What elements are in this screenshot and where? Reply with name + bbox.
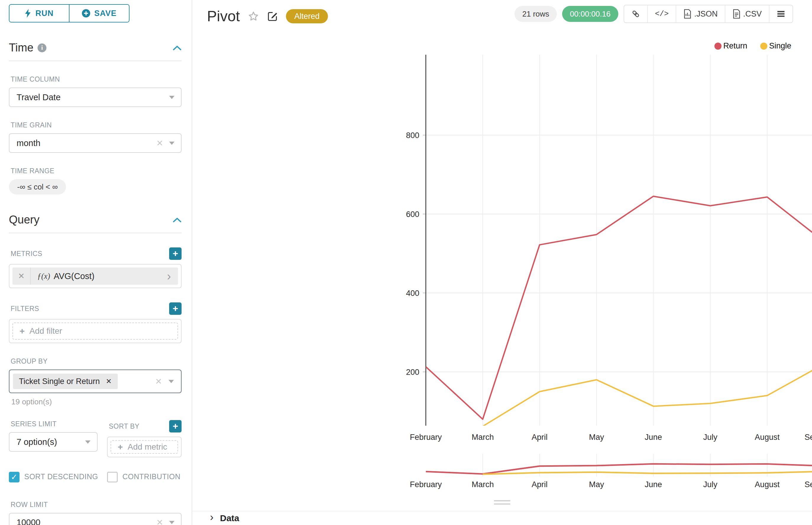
share-link-button[interactable] bbox=[624, 5, 647, 22]
export-csv-button[interactable]: .CSV bbox=[725, 5, 769, 22]
chart-area: Pivot Altered 21 rows 00:00:00.16 bbox=[192, 0, 812, 525]
svg-text:May: May bbox=[589, 433, 604, 441]
sort-descending-label: SORT DESCENDING bbox=[24, 472, 98, 481]
add-sort-metric-dropzone[interactable]: + Add metric bbox=[110, 440, 178, 454]
svg-text:February: February bbox=[410, 480, 442, 489]
chevron-up-icon[interactable] bbox=[173, 45, 181, 50]
clear-icon[interactable]: ✕ bbox=[157, 518, 163, 525]
query-section-header[interactable]: Query bbox=[9, 213, 181, 226]
metric-item[interactable]: ✕ ƒ(x) AVG(Cost) › bbox=[12, 268, 178, 285]
save-button-label: SAVE bbox=[94, 9, 117, 18]
time-column-label: TIME COLUMN bbox=[11, 75, 181, 84]
chevron-down-icon bbox=[169, 521, 175, 524]
svg-text:April: April bbox=[532, 480, 548, 489]
clear-icon[interactable]: ✕ bbox=[155, 377, 162, 386]
contribution-label: CONTRIBUTION bbox=[122, 472, 180, 481]
filters-label: FILTERS bbox=[11, 305, 39, 313]
chevron-up-icon[interactable] bbox=[173, 217, 181, 223]
group-by-select[interactable]: Ticket Single or Return ✕ ✕ bbox=[9, 370, 181, 393]
svg-text:April: April bbox=[532, 433, 548, 441]
data-panel-header: › Data bbox=[192, 511, 812, 525]
run-button[interactable]: RUN bbox=[10, 5, 69, 22]
plus-icon: + bbox=[118, 442, 123, 452]
json-file-icon bbox=[683, 9, 692, 19]
favorite-star-icon[interactable] bbox=[248, 10, 259, 22]
svg-text:200: 200 bbox=[406, 368, 419, 377]
add-filter-button[interactable]: + bbox=[169, 302, 181, 315]
edit-title-icon[interactable] bbox=[267, 11, 278, 22]
add-filter-dropzone[interactable]: + Add filter bbox=[12, 322, 178, 340]
add-sort-metric-button[interactable]: + bbox=[169, 420, 181, 433]
svg-text:September: September bbox=[804, 480, 812, 489]
panel-resize-handle[interactable] bbox=[192, 500, 812, 505]
svg-text:600: 600 bbox=[406, 210, 419, 219]
clear-icon[interactable]: ✕ bbox=[157, 138, 163, 148]
expand-data-panel-icon[interactable]: › bbox=[210, 511, 213, 524]
remove-tag-icon[interactable]: ✕ bbox=[106, 377, 112, 386]
group-by-options-hint: 19 option(s) bbox=[11, 397, 181, 406]
link-icon bbox=[631, 10, 640, 18]
chevron-right-icon[interactable]: › bbox=[167, 270, 171, 282]
view-query-button[interactable]: </> bbox=[647, 5, 676, 22]
page-title: Pivot bbox=[207, 8, 240, 25]
add-filter-placeholder: Add filter bbox=[30, 326, 62, 336]
info-icon: i bbox=[38, 43, 46, 52]
group-by-tag[interactable]: Ticket Single or Return ✕ bbox=[13, 374, 118, 389]
code-icon: </> bbox=[655, 10, 669, 18]
save-button[interactable]: SAVE bbox=[69, 5, 129, 22]
svg-text:February: February bbox=[410, 433, 442, 441]
svg-text:September: September bbox=[804, 433, 812, 441]
row-limit-value: 10000 bbox=[17, 518, 41, 525]
series-limit-label: SERIES LIMIT bbox=[11, 420, 98, 428]
chart-menu-button[interactable] bbox=[769, 5, 793, 22]
add-metric-placeholder: Add metric bbox=[128, 442, 167, 452]
chevron-down-icon bbox=[169, 141, 175, 145]
time-section-title: Time bbox=[9, 41, 33, 54]
data-panel-title: Data bbox=[220, 513, 239, 523]
sort-by-label: SORT BY bbox=[109, 422, 139, 431]
row-limit-label: ROW LIMIT bbox=[11, 501, 181, 509]
altered-badge[interactable]: Altered bbox=[286, 9, 328, 24]
contribution-checkbox[interactable] bbox=[107, 472, 118, 482]
contribution-control: CONTRIBUTION bbox=[107, 470, 180, 483]
chevron-down-icon bbox=[169, 96, 175, 99]
metrics-label: METRICS bbox=[11, 250, 42, 258]
csv-file-icon bbox=[733, 9, 741, 19]
run-button-label: RUN bbox=[35, 9, 54, 18]
hamburger-menu-icon bbox=[777, 10, 785, 18]
time-column-value: Travel Date bbox=[17, 92, 61, 102]
time-grain-label: TIME GRAIN bbox=[11, 121, 181, 129]
export-json-button[interactable]: .JSON bbox=[676, 5, 725, 22]
sort-by-box: + Add metric bbox=[107, 437, 181, 457]
svg-text:August: August bbox=[755, 480, 780, 489]
time-grain-select[interactable]: month ✕ bbox=[9, 133, 181, 153]
chevron-down-icon bbox=[85, 440, 90, 444]
line-chart[interactable]: 200400600800FebruaryFebruaryMarchMarchAp… bbox=[384, 39, 812, 494]
time-range-label: TIME RANGE bbox=[11, 167, 181, 175]
header-actions: 21 rows 00:00:00.16 </> bbox=[515, 5, 793, 23]
query-timer-badge: 00:00:00.16 bbox=[562, 6, 618, 22]
series-limit-value: 7 option(s) bbox=[17, 437, 57, 447]
add-metric-button[interactable]: + bbox=[169, 247, 181, 260]
svg-text:July: July bbox=[703, 433, 718, 441]
chart-header: Pivot Altered bbox=[207, 8, 328, 25]
sort-descending-checkbox[interactable]: ✓ bbox=[9, 472, 19, 482]
plus-circle-icon bbox=[82, 9, 90, 17]
csv-button-label: .CSV bbox=[743, 10, 762, 19]
time-range-pill[interactable]: -∞ ≤ col < ∞ bbox=[9, 179, 66, 195]
json-button-label: .JSON bbox=[694, 10, 718, 19]
time-section-header[interactable]: Time i bbox=[9, 41, 181, 54]
svg-text:March: March bbox=[472, 480, 494, 489]
row-count-badge: 21 rows bbox=[515, 6, 557, 22]
run-save-button-group: RUN SAVE bbox=[9, 4, 130, 22]
row-limit-select[interactable]: 10000 ✕ bbox=[9, 513, 181, 525]
series-limit-select[interactable]: 7 option(s) bbox=[9, 432, 98, 452]
svg-text:August: August bbox=[755, 433, 780, 441]
filters-box: + Add filter bbox=[9, 319, 181, 343]
metric-value: AVG(Cost) bbox=[54, 271, 94, 281]
svg-text:June: June bbox=[645, 480, 662, 489]
control-panel-sidebar: RUN SAVE Time i TIME COLUMN Travel Date bbox=[0, 0, 192, 525]
time-column-select[interactable]: Travel Date bbox=[9, 88, 181, 107]
sort-descending-control: ✓SORT DESCENDING bbox=[9, 470, 101, 483]
remove-metric-icon[interactable]: ✕ bbox=[12, 268, 31, 285]
